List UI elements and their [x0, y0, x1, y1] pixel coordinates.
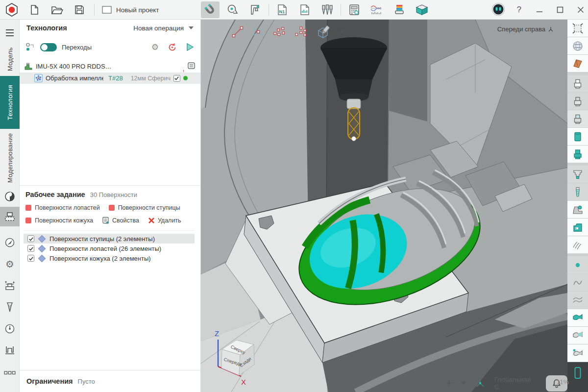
navigation-cube[interactable]: Z X Сверху Спереди Сзади — [210, 313, 269, 389]
view-orientation-label[interactable]: Спереди справа — [497, 25, 554, 33]
viewport-3d[interactable]: Спереди справа Z X Сверху Спереди Сзади … — [201, 20, 567, 392]
graphs-icon[interactable] — [368, 1, 386, 18]
curve-display-icon[interactable] — [567, 274, 588, 291]
report-icon[interactable] — [295, 1, 314, 18]
close-icon[interactable] — [577, 6, 584, 13]
fit-region-icon[interactable] — [567, 20, 588, 37]
new-file-icon[interactable] — [26, 2, 42, 18]
hamburger-menu-icon[interactable] — [0, 24, 20, 42]
machine-icon — [24, 63, 33, 71]
calculator-icon[interactable] — [345, 1, 364, 18]
battery-device-icon — [574, 366, 582, 380]
snap-line-icon[interactable] — [231, 25, 244, 38]
part-stack-icon[interactable] — [567, 146, 588, 163]
snap-point-icon[interactable] — [252, 25, 265, 38]
job-assignment-section: Рабочее задание 30 Поверхности Поверхнос… — [20, 185, 200, 263]
help-icon[interactable]: ? — [517, 5, 521, 15]
balance-icon[interactable] — [0, 187, 20, 206]
tab-model[interactable]: Модель — [0, 44, 20, 74]
red-square-icon — [25, 218, 31, 223]
machining-setup-icon[interactable] — [567, 201, 588, 218]
job-list-item[interactable]: Поверхности ступицы (2 элементы) — [24, 234, 195, 244]
item-checkbox[interactable] — [27, 255, 34, 262]
assistant-icon[interactable] — [491, 2, 505, 18]
stock-outline-icon[interactable] — [567, 75, 588, 92]
save-icon[interactable] — [72, 2, 87, 18]
item-checkbox[interactable] — [27, 245, 34, 252]
edit-box-icon[interactable] — [316, 24, 332, 39]
maximize-icon[interactable] — [557, 6, 564, 13]
new-project-button[interactable]: Новый проект — [101, 5, 159, 15]
magnet-snap-icon[interactable] — [201, 1, 220, 18]
coordinate-system-icon[interactable] — [475, 378, 486, 389]
tool-library-icon[interactable] — [318, 1, 337, 18]
part-solid-icon[interactable] — [567, 128, 588, 145]
constraints-section[interactable]: Ограничения Пусто — [20, 370, 200, 392]
play-simulation-icon[interactable] — [186, 43, 195, 51]
stock-inprocess-icon[interactable] — [567, 110, 588, 127]
operation-tool-number: Т#28 — [108, 74, 123, 82]
tool-icon[interactable] — [0, 298, 20, 317]
operations-flow-icon[interactable] — [25, 43, 35, 51]
gcode-n1-icon[interactable]: N1 — [273, 1, 292, 18]
operation-tool-info: 12мм Сферич — [131, 75, 171, 82]
surface-group-icon — [38, 254, 46, 262]
postprocessor-stack-icon[interactable] — [390, 1, 409, 18]
sphere-view-icon[interactable] — [567, 37, 588, 54]
progress-percent: 11% — [557, 378, 569, 386]
properties-button[interactable]: Свойства — [102, 217, 139, 224]
operation-status-dot — [183, 76, 188, 80]
minimize-icon[interactable] — [536, 6, 543, 13]
delete-button[interactable]: Удалить — [148, 217, 181, 224]
open-folder-icon[interactable] — [49, 2, 65, 18]
compass-icon[interactable] — [0, 233, 20, 252]
surface-point-icon[interactable] — [567, 344, 588, 362]
operation-tree-row[interactable]: Обработка импеллер… Т#28 12мм Сферич — [20, 73, 200, 84]
surface-shaded-icon[interactable] — [567, 309, 588, 326]
dial-icon[interactable] — [0, 319, 20, 338]
press-icon[interactable] — [0, 276, 20, 295]
impeller-operation-icon — [34, 74, 43, 82]
coordinate-system-label[interactable]: Глобальная С — [494, 376, 537, 391]
new-operation-dropdown[interactable]: Новая операция — [133, 24, 194, 32]
chip-shroud-surfaces[interactable]: Поверхности кожуха — [25, 217, 93, 224]
surface-half-icon[interactable] — [567, 327, 588, 344]
tab-modeling[interactable]: Моделирование — [0, 131, 20, 184]
chip-hub-surfaces[interactable]: Поверхности ступицы — [109, 204, 180, 211]
surface-orange-icon[interactable] — [567, 55, 588, 72]
transitions-toggle[interactable] — [40, 43, 57, 51]
item-checkbox[interactable] — [27, 235, 34, 242]
point-display-icon[interactable] — [567, 256, 588, 273]
machine-sim-icon[interactable] — [567, 219, 588, 236]
fixture-step-icon[interactable] — [567, 166, 588, 183]
operations-list-icon[interactable] — [187, 62, 196, 70]
machine-tree-row[interactable]: IMU-5X 400 PRO RDDS… — [20, 61, 200, 72]
job-list-item[interactable]: Поверхности кожуха (2 элементы) — [24, 253, 195, 263]
cs-dropdown-chevron[interactable] — [461, 382, 466, 385]
snap-points-group2-icon[interactable] — [294, 25, 308, 38]
more-dots-icon[interactable] — [0, 364, 20, 382]
machine-setup-icon[interactable] — [0, 207, 20, 226]
tool-drill-icon[interactable] — [567, 183, 588, 200]
caliper-icon[interactable] — [246, 1, 265, 18]
tab-technology[interactable]: Технология — [0, 76, 20, 129]
operation-settings-gear-icon[interactable]: ⚙ — [151, 43, 159, 51]
stock-solid-icon[interactable] — [567, 93, 588, 110]
gear-icon[interactable]: ⚙ — [0, 255, 20, 273]
delete-x-icon — [148, 217, 155, 224]
toolpath-hatch-icon[interactable] — [567, 236, 588, 253]
recalculate-icon[interactable] — [168, 43, 177, 52]
measure-tape-icon[interactable] — [223, 1, 242, 18]
chip-blade-surfaces[interactable]: Поверхности лопастей — [25, 204, 100, 211]
app-logo[interactable] — [4, 2, 20, 18]
simulation-cube-icon[interactable] — [413, 1, 431, 18]
operation-checkbox[interactable] — [173, 75, 180, 82]
snap-points-group-icon[interactable] — [272, 25, 286, 38]
vise-icon[interactable] — [0, 341, 20, 360]
snapbar-expand-chevron[interactable] — [340, 30, 345, 33]
job-list-item[interactable]: Поверхности лопастей (26 элементы) — [24, 244, 195, 253]
new-project-label: Новый проект — [116, 6, 159, 14]
surface-wire-icon[interactable] — [567, 292, 588, 309]
job-surface-list: Поверхности ступицы (2 элементы) Поверхн… — [24, 230, 195, 263]
add-cs-icon[interactable]: + — [446, 378, 452, 389]
